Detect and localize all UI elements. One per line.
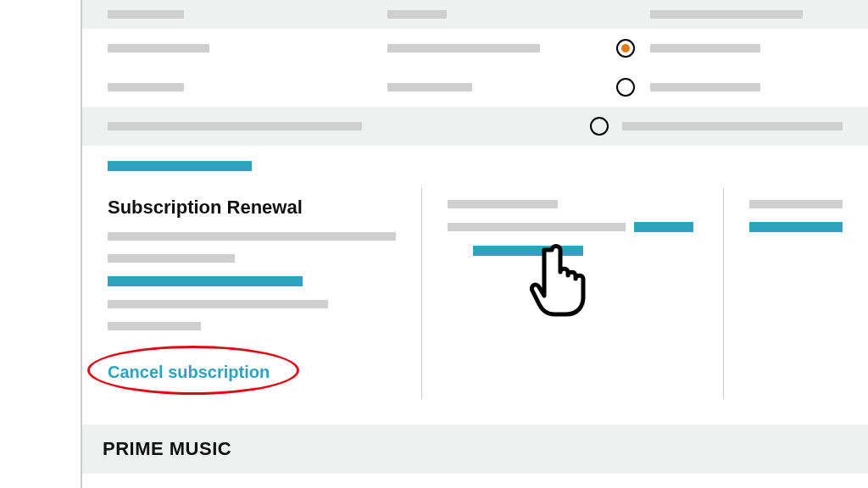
section-header-prime-music: PRIME MUSIC bbox=[82, 424, 868, 474]
placeholder-link[interactable] bbox=[749, 222, 843, 232]
placeholder-text bbox=[108, 300, 328, 308]
placeholder-text bbox=[749, 200, 843, 208]
placeholder-text bbox=[448, 200, 558, 208]
placeholder-text bbox=[387, 83, 472, 92]
radio-unselected-icon[interactable] bbox=[616, 78, 635, 97]
option-row bbox=[82, 107, 868, 146]
placeholder-text bbox=[108, 122, 362, 130]
placeholder-link[interactable] bbox=[108, 276, 303, 286]
panel-subscription-renewal: Subscription Renewal Cancel subscription bbox=[108, 188, 421, 399]
placeholder-text bbox=[650, 83, 760, 92]
placeholder-text bbox=[108, 322, 201, 330]
panel-middle bbox=[421, 188, 723, 399]
panel-title: Subscription Renewal bbox=[108, 197, 396, 219]
placeholder-text bbox=[387, 10, 447, 19]
placeholder-text bbox=[622, 122, 843, 130]
radio-selected-icon[interactable] bbox=[616, 39, 635, 58]
placeholder-text bbox=[387, 44, 540, 53]
radio-unselected-icon[interactable] bbox=[590, 117, 609, 136]
placeholder-link[interactable] bbox=[473, 246, 583, 256]
placeholder-text bbox=[108, 44, 209, 53]
option-row bbox=[82, 29, 868, 68]
placeholder-text bbox=[650, 44, 760, 53]
option-row bbox=[82, 68, 868, 107]
options-table bbox=[82, 0, 868, 146]
placeholder-text bbox=[650, 10, 803, 19]
placeholder-text bbox=[108, 254, 235, 263]
placeholder-link[interactable] bbox=[634, 222, 693, 232]
cancel-wrap: Cancel subscription bbox=[108, 363, 270, 382]
panel-row: Subscription Renewal Cancel subscription bbox=[82, 180, 868, 424]
placeholder-text bbox=[448, 223, 626, 231]
panel-right bbox=[723, 188, 868, 399]
placeholder-text bbox=[108, 232, 396, 241]
placeholder-text bbox=[108, 10, 184, 19]
table-header-row bbox=[82, 0, 868, 29]
section-accent bbox=[108, 161, 252, 171]
cancel-subscription-link[interactable]: Cancel subscription bbox=[108, 363, 270, 382]
page: Subscription Renewal Cancel subscription bbox=[81, 0, 868, 488]
placeholder-text bbox=[108, 83, 184, 92]
